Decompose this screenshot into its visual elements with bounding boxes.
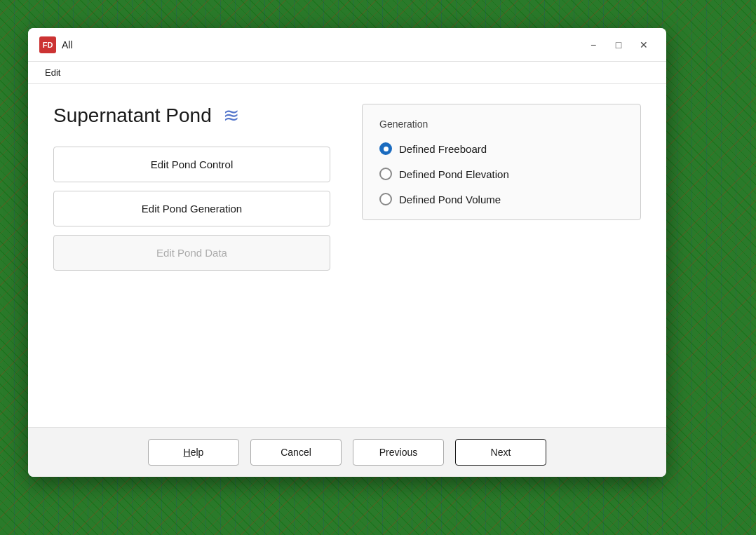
title-bar-left: FD All — [39, 36, 73, 53]
edit-pond-generation-button[interactable]: Edit Pond Generation — [53, 191, 330, 226]
radio-freeboard-label: Defined Freeboard — [399, 143, 487, 155]
previous-button[interactable]: Previous — [353, 439, 444, 466]
radio-option-volume[interactable]: Defined Pond Volume — [379, 193, 623, 205]
radio-volume-label: Defined Pond Volume — [399, 194, 501, 205]
edit-pond-control-button[interactable]: Edit Pond Control — [53, 147, 330, 182]
app-icon: FD — [39, 36, 56, 53]
title-bar: FD All − □ ✕ — [28, 28, 666, 62]
help-button[interactable]: Help — [148, 439, 239, 466]
help-underline-char: H — [184, 447, 191, 458]
generation-box: Generation Defined Freeboard Defined Pon… — [362, 104, 641, 220]
radio-freeboard-indicator — [379, 142, 392, 155]
help-label-rest: elp — [191, 447, 204, 458]
menu-bar: Edit — [28, 62, 666, 84]
panel-header: Supernatant Pond ≋ — [53, 104, 334, 127]
radio-volume-indicator — [379, 193, 392, 205]
content-area: Supernatant Pond ≋ Edit Pond Control Edi… — [28, 84, 666, 427]
radio-option-elevation[interactable]: Defined Pond Elevation — [379, 168, 623, 180]
edit-pond-data-button[interactable]: Edit Pond Data — [53, 235, 330, 271]
cancel-button[interactable]: Cancel — [250, 439, 342, 466]
panel-title: Supernatant Pond — [53, 104, 212, 127]
close-button[interactable]: ✕ — [633, 35, 655, 55]
dialog-window: FD All − □ ✕ Edit Supernatant Pond ≋ Edi… — [28, 28, 666, 477]
window-title: All — [62, 39, 73, 50]
minimize-button[interactable]: − — [582, 35, 605, 55]
next-button[interactable]: Next — [455, 439, 546, 466]
footer: Help Cancel Previous Next — [28, 427, 666, 477]
menu-edit[interactable]: Edit — [39, 65, 66, 81]
radio-elevation-indicator — [379, 168, 392, 180]
pond-icon: ≋ — [223, 104, 239, 127]
generation-title: Generation — [379, 118, 623, 130]
right-panel: Generation Defined Freeboard Defined Pon… — [362, 104, 641, 407]
maximize-button[interactable]: □ — [607, 35, 630, 55]
title-bar-controls: − □ ✕ — [582, 35, 655, 55]
left-panel: Supernatant Pond ≋ Edit Pond Control Edi… — [53, 104, 334, 407]
radio-elevation-label: Defined Pond Elevation — [399, 168, 509, 180]
radio-option-freeboard[interactable]: Defined Freeboard — [379, 142, 623, 155]
